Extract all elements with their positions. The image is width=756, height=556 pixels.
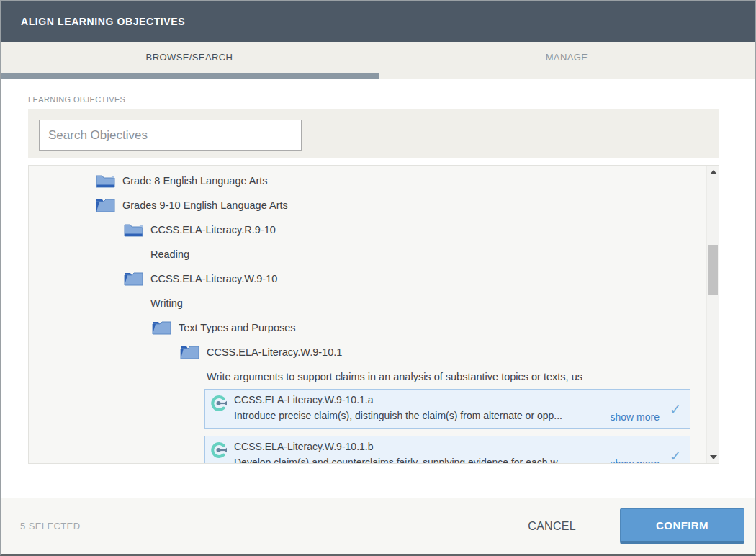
check-icon: ✓ bbox=[670, 447, 681, 464]
cancel-button[interactable]: CANCEL bbox=[523, 519, 580, 534]
dialog-title: ALIGN LEARNING OBJECTIVES bbox=[21, 16, 185, 27]
search-panel bbox=[28, 109, 719, 158]
tree-folder-label: CCSS.ELA-Literacy.W.9-10 bbox=[150, 273, 277, 284]
tab-manage[interactable]: MANAGE bbox=[378, 42, 755, 73]
dialog-footer: 5 SELECTED CANCEL CONFIRM bbox=[1, 498, 755, 554]
confirm-button[interactable]: CONFIRM bbox=[620, 508, 744, 544]
tab-browse-search[interactable]: BROWSE/SEARCH bbox=[1, 42, 378, 73]
tree-text-row: Reading bbox=[29, 242, 719, 266]
show-more-link[interactable]: show more bbox=[611, 458, 660, 464]
dialog-header: ALIGN LEARNING OBJECTIVES bbox=[1, 1, 755, 42]
active-tab-underline bbox=[1, 73, 379, 79]
folder-closed-icon bbox=[96, 173, 115, 189]
check-icon: ✓ bbox=[670, 400, 681, 417]
tree-folder-row[interactable]: Grade 8 English Language Arts bbox=[29, 169, 719, 193]
scroll-up-button[interactable] bbox=[707, 166, 719, 178]
tab-browse-search-label: BROWSE/SEARCH bbox=[146, 52, 233, 63]
tree-folder-row[interactable]: CCSS.ELA-Literacy.W.9-10 bbox=[29, 266, 719, 291]
learning-objectives-label: LEARNING OBJECTIVES bbox=[28, 95, 125, 104]
tree-text-row: Write arguments to support claims in an … bbox=[29, 364, 719, 389]
tree-folder-row[interactable]: Text Types and Purposes bbox=[29, 315, 719, 340]
dialog-body: LEARNING OBJECTIVES Grade 8 English Lang… bbox=[1, 79, 755, 498]
folder-closed-icon bbox=[124, 222, 143, 238]
scrollbar-thumb[interactable] bbox=[708, 245, 718, 295]
tab-manage-label: MANAGE bbox=[546, 52, 588, 63]
tree-folder-label: Grades 9-10 English Language Arts bbox=[122, 199, 288, 211]
folder-open-icon bbox=[124, 271, 143, 287]
tree-folder-label: Text Types and Purposes bbox=[179, 322, 296, 333]
objective-description: Introduce precise claim(s), distinguish … bbox=[234, 410, 616, 421]
tree-text-label: Writing bbox=[150, 297, 183, 309]
scroll-up-arrow-icon bbox=[710, 170, 717, 174]
folder-open-icon bbox=[96, 197, 115, 213]
tab-bar: BROWSE/SEARCH MANAGE bbox=[1, 42, 755, 79]
tree-folder-row[interactable]: CCSS.ELA-Literacy.W.9-10.1 bbox=[29, 340, 719, 364]
show-more-link[interactable]: show more bbox=[611, 411, 660, 423]
tree-text-label: Reading bbox=[150, 248, 189, 260]
objective-code: CCSS.ELA-Literacy.W.9-10.1.b bbox=[234, 441, 373, 452]
objectives-tree-list: Grade 8 English Language Arts Grades 9-1… bbox=[28, 165, 719, 464]
tree-folder-label: CCSS.ELA-Literacy.R.9-10 bbox=[150, 224, 276, 236]
scroll-down-button[interactable] bbox=[707, 451, 719, 463]
objective-description: Develop claim(s) and counterclaims fairl… bbox=[234, 457, 616, 464]
objective-card[interactable]: CCSS.ELA-Literacy.W.9-10.1.b Develop cla… bbox=[204, 436, 690, 464]
folder-open-icon bbox=[180, 344, 199, 360]
tree-text-label: Write arguments to support claims in an … bbox=[207, 371, 582, 382]
tree-folder-label: CCSS.ELA-Literacy.W.9-10.1 bbox=[207, 346, 342, 358]
folder-open-icon bbox=[152, 320, 171, 336]
objective-target-icon bbox=[210, 395, 229, 413]
objective-target-icon bbox=[210, 441, 229, 460]
scrollbar[interactable] bbox=[706, 166, 719, 463]
objective-card[interactable]: CCSS.ELA-Literacy.W.9-10.1.a Introduce p… bbox=[204, 389, 690, 429]
tree-folder-row[interactable]: CCSS.ELA-Literacy.R.9-10 bbox=[29, 218, 719, 242]
tree-folder-row[interactable]: Grades 9-10 English Language Arts bbox=[29, 193, 719, 218]
search-objectives-input[interactable] bbox=[39, 120, 302, 151]
objective-code: CCSS.ELA-Literacy.W.9-10.1.a bbox=[234, 394, 373, 405]
selected-count: 5 SELECTED bbox=[20, 521, 80, 532]
scroll-down-arrow-icon bbox=[710, 455, 717, 459]
align-learning-objectives-dialog: ALIGN LEARNING OBJECTIVES BROWSE/SEARCH … bbox=[0, 0, 756, 556]
tree-folder-label: Grade 8 English Language Arts bbox=[122, 175, 268, 187]
tree-text-row: Writing bbox=[29, 291, 719, 315]
